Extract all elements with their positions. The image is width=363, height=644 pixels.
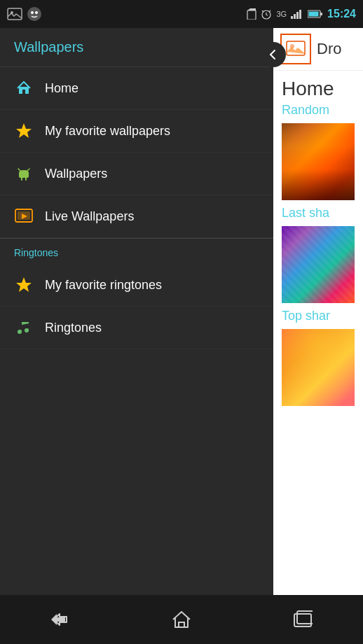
android-icon [14, 164, 34, 183]
alarm-icon [261, 8, 272, 20]
right-panel-header: Dro [273, 28, 363, 71]
sim-icon [247, 8, 256, 20]
svg-marker-6 [247, 8, 256, 10]
sidebar-item-live-wallpapers-label: Live Wallpapers [45, 209, 134, 224]
main-container: Wallpapers Home [0, 28, 363, 595]
sidebar-item-wallpapers-label: Wallpapers [45, 167, 107, 181]
sidebar-item-wallpapers[interactable]: Wallpapers [0, 153, 273, 195]
recents-button[interactable] [282, 598, 324, 640]
photo-icon [7, 8, 22, 20]
panel-top-shar-label: Top shar [282, 309, 355, 323]
svg-line-19 [27, 169, 29, 171]
sidebar-item-ringtones-label: Ringtones [45, 321, 102, 335]
svg-rect-26 [179, 622, 184, 627]
svg-rect-10 [296, 12, 299, 19]
status-time: 15:24 [327, 8, 356, 20]
live-wallpaper-icon [14, 206, 34, 226]
home-nav-button[interactable] [160, 598, 203, 640]
svg-marker-23 [16, 277, 32, 292]
recents-icon [293, 610, 313, 629]
panel-orange-image[interactable] [282, 329, 355, 406]
svg-point-3 [31, 11, 34, 14]
panel-content: Home Random Last sha Top shar [273, 71, 363, 419]
home-nav-icon [171, 610, 192, 629]
panel-random-label: Random [282, 103, 355, 118]
back-arrow-icon [50, 611, 71, 628]
svg-marker-15 [16, 123, 32, 138]
panel-image-icon [286, 41, 306, 57]
panel-canyon-image[interactable] [282, 123, 355, 200]
svg-rect-28 [297, 611, 313, 624]
star-icon [14, 121, 34, 141]
sidebar-item-home-label: Home [45, 81, 78, 96]
svg-point-4 [35, 11, 38, 14]
monster-icon [27, 6, 42, 22]
sidebar-item-fav-wallpapers-label: My favorite wallpapers [45, 124, 170, 139]
status-bar-left [7, 6, 42, 22]
home-icon [14, 78, 34, 98]
sidebar-item-ringtones[interactable]: Ringtones [0, 307, 273, 349]
back-button[interactable] [39, 598, 81, 640]
sidebar-title: Wallpapers [14, 39, 83, 55]
panel-icon-box [280, 34, 311, 64]
battery-icon [308, 10, 323, 18]
sidebar: Wallpapers Home [0, 28, 273, 595]
status-bar: 3G 15:24 [0, 0, 363, 28]
svg-rect-11 [299, 10, 301, 19]
nav-bar [0, 595, 363, 644]
orange-img-inner [282, 329, 355, 406]
sidebar-item-home[interactable]: Home [0, 67, 273, 110]
svg-line-18 [18, 169, 20, 171]
svg-point-2 [27, 7, 41, 21]
panel-last-sha-label: Last sha [282, 206, 355, 220]
svg-rect-5 [247, 10, 256, 20]
svg-rect-9 [294, 14, 296, 19]
svg-rect-13 [320, 13, 322, 15]
chevron-left-icon [269, 49, 278, 60]
sidebar-menu: Home My favorite wallpapers [0, 67, 273, 349]
sidebar-toggle-button[interactable] [261, 42, 286, 67]
sidebar-item-favorite-ringtones[interactable]: My favorite ringtones [0, 264, 273, 307]
svg-rect-8 [291, 16, 293, 19]
sidebar-item-favorite-wallpapers[interactable]: My favorite wallpapers [0, 110, 273, 153]
sidebar-header: Wallpapers [0, 28, 273, 67]
svg-rect-14 [309, 12, 319, 17]
waves-img-inner [282, 226, 355, 303]
sidebar-item-fav-ringtones-label: My favorite ringtones [45, 278, 162, 293]
network-type: 3G [276, 10, 287, 18]
sidebar-item-live-wallpapers[interactable]: Live Wallpapers [0, 195, 273, 238]
status-bar-right: 3G 15:24 [247, 8, 356, 20]
panel-waves-image[interactable] [282, 226, 355, 303]
right-panel: Dro Home Random Last sha Top shar [273, 28, 363, 595]
note-icon [14, 318, 34, 337]
ringtones-section-label: Ringtones [0, 239, 273, 264]
panel-title: Dro [317, 40, 341, 58]
canyon-img-inner [282, 123, 355, 200]
signal-icon [291, 9, 303, 19]
panel-home-label: Home [282, 78, 355, 100]
star-icon-ringtones [14, 275, 34, 295]
